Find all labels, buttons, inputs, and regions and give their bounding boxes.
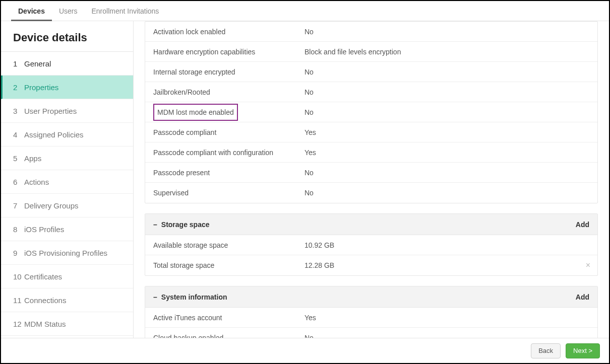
sidebar-item-label: Assigned Policies xyxy=(24,130,84,139)
table-row[interactable]: Passcode compliant Yes xyxy=(145,122,597,142)
collapse-icon[interactable]: – xyxy=(153,293,157,301)
table-row[interactable]: Passcode present No xyxy=(145,163,597,183)
sidebar-item-num: 3 xyxy=(13,107,24,115)
prop-label: Total storage space xyxy=(153,261,304,269)
sidebar-item-num: 7 xyxy=(13,201,24,210)
sidebar-item-apps[interactable]: 5 Apps xyxy=(1,147,133,170)
sidebar-item-label: Connections xyxy=(24,296,66,305)
table-row[interactable]: Internal storage encrypted No xyxy=(145,62,597,82)
highlighted-label: MDM lost mode enabled xyxy=(153,104,238,121)
table-row[interactable]: Active iTunes account Yes xyxy=(145,308,597,328)
footer: Back Next > xyxy=(1,338,609,363)
properties-table: Activation lock enabled No Hardware encr… xyxy=(145,21,598,203)
sidebar-item-label: Apps xyxy=(24,154,41,163)
sidebar-item-label: Delivery Groups xyxy=(24,201,79,210)
sidebar-item-num: 4 xyxy=(13,130,24,139)
prop-value: Yes xyxy=(304,128,316,136)
prop-value: No xyxy=(304,108,314,116)
table-row[interactable]: Cloud backup enabled No xyxy=(145,328,597,338)
add-button[interactable]: Add xyxy=(576,293,589,301)
sidebar-item-label: Certificates xyxy=(24,272,62,281)
sidebar-item-label: iOS Provisioning Profiles xyxy=(24,249,107,257)
tab-users[interactable]: Users xyxy=(52,1,85,21)
sidebar-item-connections[interactable]: 11 Connections xyxy=(1,288,133,312)
sidebar-item-general[interactable]: 1 General xyxy=(1,52,133,76)
sidebar-item-num: 10 xyxy=(13,272,24,281)
sidebar-item-actions[interactable]: 6 Actions xyxy=(1,170,133,194)
sidebar-item-label: General xyxy=(24,59,51,68)
prop-label: Passcode compliant xyxy=(153,128,304,136)
section-system-information: – System information Add Active iTunes a… xyxy=(145,286,598,338)
sidebar-item-label: User Properties xyxy=(24,107,77,115)
prop-label: Jailbroken/Rooted xyxy=(153,88,304,96)
table-row[interactable]: Available storage space 10.92 GB xyxy=(145,235,597,255)
sidebar-item-num: 8 xyxy=(13,225,24,234)
sidebar-item-num: 1 xyxy=(13,59,24,68)
table-row[interactable]: Activation lock enabled No xyxy=(145,22,597,42)
prop-value: No xyxy=(304,68,314,76)
back-button[interactable]: Back xyxy=(531,343,561,358)
prop-value: 10.92 GB xyxy=(304,241,334,249)
sidebar: Device details 1 General 2 Properties 3 … xyxy=(1,21,134,338)
prop-label: Internal storage encrypted xyxy=(153,68,304,76)
next-button[interactable]: Next > xyxy=(566,343,600,358)
prop-label: Cloud backup enabled xyxy=(153,334,304,338)
prop-value: No xyxy=(304,334,314,338)
prop-label: Active iTunes account xyxy=(153,314,304,322)
tab-enrollment-invitations[interactable]: Enrollment Invitations xyxy=(85,1,166,21)
prop-value: No xyxy=(304,169,314,177)
sidebar-title: Device details xyxy=(1,21,133,52)
sidebar-item-ios-provisioning-profiles[interactable]: 9 iOS Provisioning Profiles xyxy=(1,241,133,265)
sidebar-item-num: 2 xyxy=(13,83,24,92)
prop-value: No xyxy=(304,28,314,36)
prop-value: No xyxy=(304,88,314,96)
prop-label: MDM lost mode enabled xyxy=(153,104,304,121)
sidebar-item-num: 6 xyxy=(13,178,24,186)
sidebar-item-label: Actions xyxy=(24,178,49,186)
prop-value: Block and file levels encryption xyxy=(304,48,401,56)
sidebar-item-num: 11 xyxy=(13,296,24,305)
section-header: – Storage space Add xyxy=(145,214,597,235)
prop-label: Supervised xyxy=(153,189,304,197)
sidebar-item-label: Properties xyxy=(24,83,58,92)
sidebar-item-delivery-groups[interactable]: 7 Delivery Groups xyxy=(1,194,133,217)
table-row[interactable]: Total storage space 12.28 GB × xyxy=(145,255,597,275)
table-row[interactable]: Jailbroken/Rooted No xyxy=(145,82,597,102)
main-content[interactable]: Activation lock enabled No Hardware encr… xyxy=(134,21,609,338)
table-row[interactable]: Hardware encryption capabilities Block a… xyxy=(145,42,597,62)
prop-label: Available storage space xyxy=(153,241,304,249)
prop-label: Passcode compliant with configuration xyxy=(153,149,304,157)
layout: Device details 1 General 2 Properties 3 … xyxy=(1,21,609,338)
prop-value: Yes xyxy=(304,149,316,157)
sidebar-item-certificates[interactable]: 10 Certificates xyxy=(1,265,133,288)
tab-devices[interactable]: Devices xyxy=(11,1,52,21)
section-storage-space: – Storage space Add Available storage sp… xyxy=(145,213,598,276)
add-button[interactable]: Add xyxy=(576,221,589,229)
sidebar-item-num: 12 xyxy=(13,320,24,328)
sidebar-item-user-properties[interactable]: 3 User Properties xyxy=(1,99,133,123)
sidebar-item-ios-profiles[interactable]: 8 iOS Profiles xyxy=(1,217,133,241)
top-tabs: Devices Users Enrollment Invitations xyxy=(1,1,609,21)
collapse-icon[interactable]: – xyxy=(153,221,157,229)
prop-label: Passcode present xyxy=(153,169,304,177)
sidebar-item-num: 9 xyxy=(13,249,24,257)
prop-label: Hardware encryption capabilities xyxy=(153,48,304,56)
sidebar-item-mdm-status[interactable]: 12 MDM Status xyxy=(1,312,133,336)
sidebar-item-num: 5 xyxy=(13,154,24,163)
prop-value: Yes xyxy=(304,314,316,322)
prop-value: No xyxy=(304,189,314,197)
section-title: Storage space xyxy=(161,221,210,229)
table-row[interactable]: MDM lost mode enabled No xyxy=(145,102,597,122)
prop-value: 12.28 GB xyxy=(304,261,334,269)
table-row[interactable]: Supervised No xyxy=(145,183,597,203)
table-row[interactable]: Passcode compliant with configuration Ye… xyxy=(145,142,597,163)
sidebar-item-label: iOS Profiles xyxy=(24,225,64,234)
prop-label: Activation lock enabled xyxy=(153,28,304,36)
section-header: – System information Add xyxy=(145,286,597,308)
sidebar-item-label: MDM Status xyxy=(24,320,66,328)
close-icon[interactable]: × xyxy=(586,261,590,270)
section-title: System information xyxy=(161,293,227,301)
sidebar-item-assigned-policies[interactable]: 4 Assigned Policies xyxy=(1,123,133,147)
sidebar-item-properties[interactable]: 2 Properties xyxy=(1,76,133,99)
